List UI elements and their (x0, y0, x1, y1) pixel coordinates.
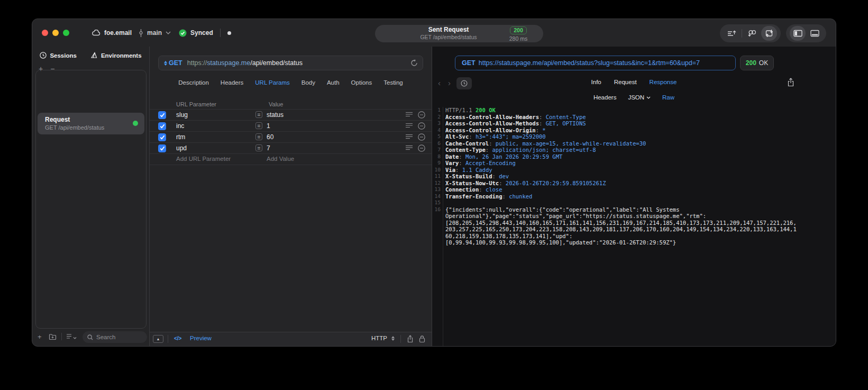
line-content: X-Status-Build: dev (445, 173, 509, 180)
resend-request-button[interactable] (761, 26, 777, 41)
code-line: 5Alt-Svc: h3=":443"; ma=2592000 (432, 133, 836, 140)
add-value-label[interactable]: Add Value (267, 156, 294, 162)
param-checkbox[interactable] (158, 122, 166, 130)
response-tabs: InfoRequestResponse (432, 79, 836, 85)
line-content: Operational"},"page":"status","page_url"… (445, 213, 706, 220)
editor-tab-headers[interactable]: Headers (221, 79, 243, 86)
param-name[interactable]: upd (176, 144, 187, 152)
editor-tab-url-params[interactable]: URL Params (255, 79, 289, 86)
drag-handle-icon[interactable] (406, 145, 413, 151)
response-subtabs: HeadersJSONRaw (432, 94, 836, 101)
line-content: Date: Mon, 26 Jan 2026 20:29:59 GMT (445, 153, 562, 160)
toggle-left-panel-button[interactable] (790, 26, 806, 41)
add-request-button[interactable]: + (38, 333, 42, 341)
remove-row-icon[interactable] (418, 133, 425, 141)
line-content: Transfer-Encoding: chunked (445, 193, 532, 200)
code-line: 15 (432, 199, 836, 206)
search-input[interactable]: Search (83, 331, 147, 343)
add-folder-icon[interactable] (49, 333, 57, 340)
sort-list-icon[interactable] (66, 333, 78, 340)
editor-tab-options[interactable]: Options (351, 79, 372, 86)
share-icon[interactable] (407, 335, 414, 343)
sync-status[interactable]: Synced (190, 29, 213, 37)
drag-handle-icon[interactable] (406, 134, 413, 140)
editor-tab-testing[interactable]: Testing (383, 79, 403, 86)
code-line: 60,218,159,138,178,135,173,141],"upd": (432, 233, 836, 240)
response-tab-response[interactable]: Response (650, 79, 677, 85)
response-subtab-raw[interactable]: Raw (662, 94, 674, 101)
response-subtab-headers[interactable]: Headers (593, 94, 616, 101)
method-selector[interactable]: GET (164, 59, 182, 67)
export-list-button[interactable] (724, 26, 739, 41)
code-line: 12X-Status-Now-Utc: 2026-01-26T20:29:59.… (432, 180, 836, 187)
response-status-code: 200 (746, 59, 756, 67)
close-window-button[interactable] (42, 30, 48, 36)
param-checkbox[interactable] (158, 133, 166, 141)
project-name[interactable]: foe.email (104, 29, 132, 37)
line-number: 1 (432, 107, 441, 114)
tab-sessions[interactable]: Sessions (40, 52, 77, 59)
url-bar[interactable]: GET https://statuspage.me/api/embed/stat… (158, 56, 423, 70)
line-number: 12 (432, 180, 441, 187)
sent-request-url[interactable]: GET https://statuspage.me/api/embed/stat… (455, 56, 736, 70)
pull-changes-button[interactable] (744, 26, 760, 41)
drag-handle-icon[interactable] (406, 112, 413, 117)
http-version-selector[interactable]: HTTP (371, 335, 387, 341)
param-name[interactable]: slug (176, 111, 188, 119)
chevron-down-icon[interactable] (166, 31, 171, 34)
code-icon: </> (174, 335, 181, 341)
request-item-selected[interactable]: Request GET /api/embed/status (38, 113, 144, 134)
drag-handle-icon[interactable] (406, 123, 413, 129)
box-arrows-icon (765, 29, 774, 38)
remove-row-icon[interactable] (418, 122, 425, 130)
param-value[interactable]: 7 (267, 144, 270, 152)
unsaved-indicator-dot (227, 31, 231, 35)
column-header-value: Value (269, 101, 283, 107)
sent-request-summary[interactable]: Sent Request GET /api/embed/status 200 2… (375, 25, 543, 42)
zoom-window-button[interactable] (63, 30, 69, 36)
synced-check-icon (179, 29, 187, 37)
param-name[interactable]: rtm (176, 133, 185, 141)
param-checkbox[interactable] (158, 111, 166, 119)
titlebar: foe.email main Synced Sent Request (32, 19, 836, 47)
param-name[interactable]: inc (176, 122, 184, 130)
code-line: 3Access-Control-Allow-Methods: GET, OPTI… (432, 120, 836, 127)
response-subtab-json[interactable]: JSON (628, 94, 651, 101)
param-value[interactable]: status (267, 111, 284, 119)
export-response-icon[interactable] (787, 78, 794, 87)
code-line: 11X-Status-Build: dev (432, 173, 836, 180)
refresh-icon[interactable] (410, 59, 418, 67)
branch-name[interactable]: main (147, 29, 162, 37)
response-tab-info[interactable]: Info (591, 79, 601, 85)
line-content: Alt-Svc: h3=":443"; ma=2592000 (445, 133, 546, 140)
response-tab-request[interactable]: Request (614, 79, 637, 85)
line-content: 60,218,159,138,178,135,173,141],"upd": (445, 233, 572, 240)
expand-console-button[interactable]: ▲ (153, 335, 163, 343)
param-value[interactable]: 60 (267, 133, 273, 141)
param-checkbox[interactable] (158, 144, 166, 152)
param-value[interactable]: 1 (267, 122, 270, 130)
remove-row-icon[interactable] (418, 111, 425, 119)
lock-icon[interactable] (419, 335, 425, 343)
line-content: Access-Control-Allow-Methods: GET, OPTIO… (445, 120, 586, 127)
request-url[interactable]: https://statuspage.me/api/embed/status (187, 59, 303, 67)
line-number (432, 220, 441, 226)
response-pane: GET https://statuspage.me/api/embed/stat… (432, 47, 836, 346)
code-line: 2Access-Control-Allow-Headers: Content-T… (432, 114, 836, 121)
editor-tab-body[interactable]: Body (301, 79, 315, 86)
editor-tab-description[interactable]: Description (178, 79, 209, 86)
remove-row-icon[interactable] (418, 144, 425, 152)
toggle-bottom-panel-button[interactable] (807, 26, 823, 41)
line-content: Connection: close (445, 186, 502, 193)
editor-tab-auth[interactable]: Auth (327, 79, 340, 86)
minimize-window-button[interactable] (52, 30, 59, 36)
response-body[interactable]: 1HTTP/1.1 200 OK2Access-Control-Allow-He… (432, 107, 836, 346)
param-table: slug=statusinc=1rtm=60upd=7Add URL Param… (150, 109, 432, 165)
add-param-row[interactable]: Add URL ParameterAdd Value (150, 153, 432, 165)
add-param-label[interactable]: Add URL Parameter (176, 156, 231, 162)
preview-button[interactable]: Preview (190, 335, 212, 341)
request-status-dot (133, 121, 138, 126)
code-line: 10Via: 1.1 Caddy (432, 167, 836, 174)
desktop: foe.email main Synced Sent Request (0, 0, 868, 390)
tab-environments[interactable]: Environments (90, 52, 142, 59)
